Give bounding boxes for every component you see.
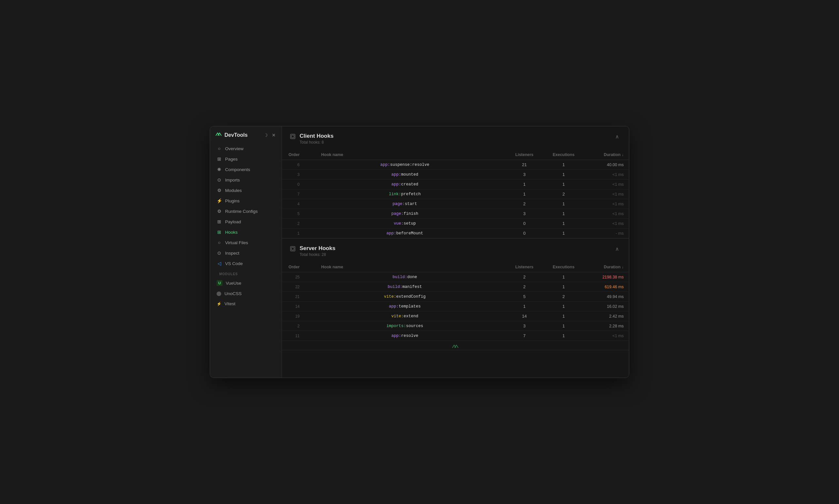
theme-toggle-button[interactable]: ☽ bbox=[263, 132, 268, 139]
sidebar-item-vs-code[interactable]: ◁ VS Code bbox=[213, 258, 279, 268]
executions-cell: 1 bbox=[544, 331, 583, 341]
sidebar-item-label: Payload bbox=[225, 219, 241, 224]
sidebar-item-label: Hooks bbox=[225, 230, 238, 235]
server-col-order-header: Order bbox=[282, 262, 305, 272]
sidebar-item-inspect[interactable]: ⊙ Inspect bbox=[213, 248, 279, 258]
order-cell: 11 bbox=[282, 331, 305, 341]
duration-cell: 2198.38 ms bbox=[583, 272, 629, 282]
svg-rect-0 bbox=[291, 134, 295, 139]
listeners-cell: 21 bbox=[505, 160, 544, 170]
order-cell: 2 bbox=[282, 219, 305, 229]
hook-name-cell: link:prefetch bbox=[305, 189, 505, 199]
listeners-cell: 0 bbox=[505, 229, 544, 238]
listeners-cell: 2 bbox=[505, 199, 544, 209]
listeners-cell: 3 bbox=[505, 321, 544, 331]
module-label: VueUse bbox=[226, 281, 242, 286]
listeners-cell: 14 bbox=[505, 311, 544, 321]
order-cell: 4 bbox=[282, 199, 305, 209]
table-row: 5 page:finish 3 1 <1 ms bbox=[282, 209, 629, 219]
hook-prefix: app: bbox=[391, 172, 401, 177]
client-hooks-table: Order Hook name Listeners Executions Dur… bbox=[282, 150, 629, 238]
sidebar-module-unocss[interactable]: UnoCSS bbox=[213, 289, 279, 298]
sidebar-module-vueuse[interactable]: U VueUse bbox=[213, 278, 279, 288]
listeners-cell: 5 bbox=[505, 292, 544, 302]
executions-cell: 2 bbox=[544, 189, 583, 199]
hook-name-cell: app:templates bbox=[305, 302, 505, 311]
hook-name-cell: page:start bbox=[305, 199, 505, 209]
table-row: 6 app:suspense:resolve 21 1 40.00 ms bbox=[282, 160, 629, 170]
svg-rect-2 bbox=[291, 247, 295, 251]
duration-cell: <1 ms bbox=[583, 209, 629, 219]
logo-icon bbox=[215, 131, 222, 139]
hook-name-cell: imports:sources bbox=[305, 321, 505, 331]
sidebar-item-pages[interactable]: ⊞ Pages bbox=[213, 154, 279, 164]
table-row: 21 vite:extendConfig 5 2 49.94 ms bbox=[282, 292, 629, 302]
client-hooks-collapse-button[interactable]: ∧ bbox=[613, 133, 621, 140]
order-cell: 6 bbox=[282, 160, 305, 170]
hook-name-cell: app:resolve bbox=[305, 331, 505, 341]
sidebar-module-vitest[interactable]: ⚡ Vitest bbox=[213, 299, 279, 308]
close-button[interactable]: ✕ bbox=[271, 132, 276, 139]
server-col-hook-name-header: Hook name bbox=[305, 262, 505, 272]
sidebar-item-overview[interactable]: ○ Overview bbox=[213, 144, 279, 154]
sidebar-item-hooks[interactable]: ⊞ Hooks bbox=[213, 227, 279, 237]
pages-icon: ⊞ bbox=[216, 156, 222, 162]
duration-cell: <1 ms bbox=[583, 199, 629, 209]
vs-code-icon: ◁ bbox=[216, 261, 222, 266]
order-cell: 5 bbox=[282, 209, 305, 219]
overview-icon: ○ bbox=[216, 146, 222, 151]
imports-icon: ⊙ bbox=[216, 177, 222, 182]
sidebar-item-runtime-configs[interactable]: ⚙ Runtime Configs bbox=[213, 206, 279, 216]
order-cell: 2 bbox=[282, 321, 305, 331]
duration-cell: 16.02 ms bbox=[583, 302, 629, 311]
client-hooks-title-area: Client Hooks Total hooks: 8 bbox=[290, 133, 334, 145]
hook-name-part: sources bbox=[406, 324, 423, 328]
sidebar-item-components[interactable]: ❋ Components bbox=[213, 164, 279, 174]
executions-cell: 1 bbox=[544, 180, 583, 189]
client-hooks-total: Total hooks: 8 bbox=[300, 140, 334, 145]
hook-prefix: build: bbox=[392, 275, 407, 280]
listeners-cell: 0 bbox=[505, 219, 544, 229]
hook-name-part: done bbox=[407, 275, 417, 280]
sidebar-item-label: Modules bbox=[225, 188, 242, 193]
vueuse-icon: U bbox=[216, 280, 223, 286]
executions-cell: 1 bbox=[544, 282, 583, 292]
server-hooks-table: Order Hook name Listeners Executions Dur… bbox=[282, 262, 629, 341]
table-row: 7 link:prefetch 1 2 <1 ms bbox=[282, 189, 629, 199]
sidebar-item-plugins[interactable]: ⚡ Plugins bbox=[213, 196, 279, 206]
client-hooks-header: Client Hooks Total hooks: 8 ∧ bbox=[282, 126, 629, 150]
hook-prefix: build: bbox=[387, 285, 402, 289]
listeners-cell: 1 bbox=[505, 189, 544, 199]
col-duration-header: Duration ↓ bbox=[583, 150, 629, 160]
executions-cell: 1 bbox=[544, 321, 583, 331]
hooks-icon: ⊞ bbox=[216, 230, 222, 235]
table-row: 19 vite:extend 14 1 2.42 ms bbox=[282, 311, 629, 321]
components-icon: ❋ bbox=[216, 167, 222, 172]
server-hooks-header: Server Hooks Total hooks: 28 ∧ bbox=[282, 239, 629, 262]
server-hooks-icon bbox=[290, 246, 296, 253]
executions-cell: 1 bbox=[544, 170, 583, 180]
hook-name-cell: vue:setup bbox=[305, 219, 505, 229]
hook-name-part: mounted bbox=[401, 172, 419, 177]
sidebar-item-payload[interactable]: ⊞ Payload bbox=[213, 217, 279, 227]
sidebar-item-modules[interactable]: ⚙ Modules bbox=[213, 185, 279, 195]
col-order-header: Order bbox=[282, 150, 305, 160]
sidebar-title: DevTools bbox=[225, 132, 248, 138]
hook-prefix: app: bbox=[380, 163, 390, 167]
server-hooks-collapse-button[interactable]: ∧ bbox=[613, 245, 621, 253]
sidebar-item-virtual-files[interactable]: ○ Virtual Files bbox=[213, 238, 279, 248]
col-hook-name-header: Hook name bbox=[305, 150, 505, 160]
table-row: 2 imports:sources 3 1 2.28 ms bbox=[282, 321, 629, 331]
duration-cell: <1 ms bbox=[583, 189, 629, 199]
executions-cell: 1 bbox=[544, 272, 583, 282]
duration-cell: <1 ms bbox=[583, 180, 629, 189]
hook-name-part: finish bbox=[403, 212, 418, 216]
server-hooks-title: Server Hooks bbox=[300, 245, 335, 252]
duration-cell: 2.28 ms bbox=[583, 321, 629, 331]
svg-rect-1 bbox=[292, 135, 294, 138]
duration-cell: <1 ms bbox=[583, 170, 629, 180]
sidebar-item-imports[interactable]: ⊙ Imports bbox=[213, 175, 279, 185]
hook-prefix: vite: bbox=[384, 294, 396, 299]
nuxt-logo-bottom bbox=[282, 341, 629, 350]
duration-cell: 2.42 ms bbox=[583, 311, 629, 321]
